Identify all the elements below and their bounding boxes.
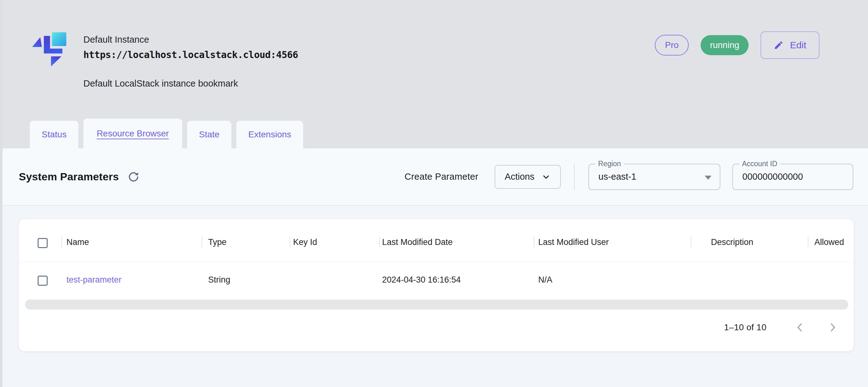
actions-button[interactable]: Actions	[495, 165, 561, 189]
tab-extensions[interactable]: Extensions	[236, 121, 303, 148]
plan-badge-label: Pro	[665, 40, 679, 50]
resource-toolbar: System Parameters Create Parameter Actio…	[2, 148, 868, 206]
instance-title: Default Instance	[83, 34, 298, 45]
chevron-left-icon	[794, 322, 806, 333]
column-header-last-modified-user: Last Modified User	[538, 237, 609, 247]
tab-status[interactable]: Status	[30, 121, 79, 148]
status-badge: running	[701, 35, 749, 55]
instance-subtitle: Default LocalStack instance bookmark	[83, 79, 298, 89]
page-title: System Parameters	[19, 171, 119, 183]
status-badge-label: running	[710, 40, 739, 50]
horizontal-scrollbar[interactable]	[25, 299, 848, 309]
column-header-name: Name	[66, 237, 89, 247]
create-parameter-button[interactable]: Create Parameter	[405, 172, 478, 182]
region-select-label: Region	[595, 160, 624, 168]
select-all-checkbox[interactable]	[38, 238, 48, 248]
region-select[interactable]: Region us-east-1	[588, 164, 720, 190]
tab-resource-browser[interactable]: Resource Browser	[83, 119, 182, 148]
column-separator	[534, 236, 534, 247]
column-separator	[379, 236, 380, 247]
pagination-range-label: 1–10 of 10	[724, 322, 767, 332]
previous-page-button[interactable]	[794, 322, 806, 333]
region-select-value: us-east-1	[589, 172, 637, 182]
plan-badge: Pro	[655, 35, 689, 56]
tab-bar: Status Resource Browser State Extensions	[30, 119, 303, 148]
parameter-type-cell: String	[208, 275, 230, 285]
parameter-last-modified-user-cell: N/A	[538, 275, 552, 285]
pencil-icon	[774, 40, 784, 50]
column-header-description: Description	[711, 237, 753, 247]
chevron-down-icon	[541, 172, 551, 182]
column-separator	[61, 236, 62, 247]
column-separator	[290, 236, 290, 247]
edit-button-label: Edit	[790, 40, 806, 51]
instance-header: Default Instance https://localhost.local…	[2, 0, 868, 148]
toolbar-divider	[574, 164, 575, 190]
column-separator	[808, 236, 808, 247]
column-separator	[690, 236, 691, 247]
account-id-input[interactable]	[733, 172, 841, 182]
localstack-logo-icon	[32, 31, 66, 67]
column-header-type: Type	[208, 237, 227, 247]
account-id-field-wrap: Account ID	[732, 164, 853, 190]
parameter-name-link[interactable]: test-parameter	[66, 275, 122, 285]
content-area: System Parameters Create Parameter Actio…	[2, 148, 868, 387]
parameters-table-card: Name Type Key Id Last Modified Date Last…	[19, 219, 854, 351]
pagination: 1–10 of 10	[724, 317, 839, 338]
instance-url: https://localhost.localstack.cloud:4566	[83, 49, 298, 60]
column-separator	[202, 236, 202, 247]
column-header-key-id: Key Id	[293, 237, 317, 247]
refresh-button[interactable]	[127, 170, 140, 183]
actions-button-label: Actions	[505, 172, 534, 182]
account-id-label: Account ID	[739, 160, 780, 168]
chevron-right-icon	[827, 322, 839, 333]
table-header-divider	[19, 262, 854, 262]
refresh-icon	[127, 170, 140, 183]
row-checkbox[interactable]	[38, 276, 48, 286]
next-page-button[interactable]	[827, 322, 839, 333]
edit-button[interactable]: Edit	[761, 31, 819, 59]
parameter-last-modified-date-cell: 2024-04-30 16:16:54	[382, 275, 461, 285]
column-header-allowed: Allowed	[814, 237, 844, 247]
dropdown-arrow-icon	[705, 176, 712, 180]
window-edge-strip	[0, 0, 2, 387]
column-header-last-modified-date: Last Modified Date	[382, 237, 453, 247]
tab-state[interactable]: State	[187, 121, 231, 148]
badge-row: Pro running Edit	[655, 31, 819, 59]
